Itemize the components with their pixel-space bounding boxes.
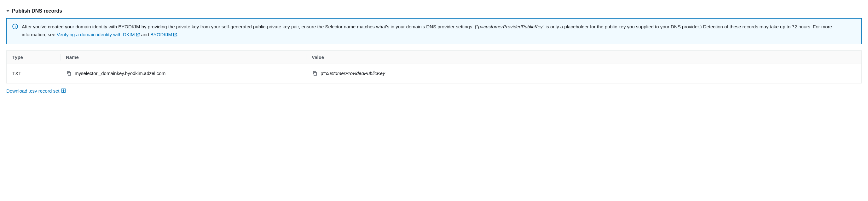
table-row: TXT myselector._domainkey.byodkim.adzel.…	[7, 64, 861, 83]
cell-value: p=customerProvidedPublicKey	[306, 66, 861, 80]
panel-title: Publish DNS records	[12, 8, 62, 14]
dns-records-table: Type Name Value TXT myselector._domainke…	[6, 51, 862, 83]
table-header-row: Type Name Value	[7, 51, 861, 64]
copy-value-button[interactable]	[312, 70, 318, 76]
link-verify-dkim[interactable]: Verifying a domain identity with DKIM	[57, 32, 140, 37]
svg-point-2	[15, 25, 15, 25]
cell-type: TXT	[7, 67, 60, 80]
external-link-icon	[135, 32, 140, 39]
alert-text-1: After you've created your domain identit…	[22, 24, 478, 29]
link-byodkim-text: BYODKIM	[150, 32, 172, 37]
info-alert: After you've created your domain identit…	[6, 18, 862, 44]
cell-value-text: p=customerProvidedPublicKey	[320, 71, 385, 76]
link-verify-dkim-text: Verifying a domain identity with DKIM	[57, 32, 135, 37]
external-link-icon	[173, 32, 177, 39]
alert-period: .	[177, 32, 178, 37]
value-em: customerProvidedPublicKey	[326, 71, 385, 76]
info-icon	[12, 24, 18, 39]
col-header-value: Value	[306, 51, 861, 64]
alert-message: After you've created your domain identit…	[22, 23, 856, 39]
svg-rect-4	[314, 72, 316, 75]
caret-down-icon	[6, 10, 9, 12]
cell-name-text: myselector._domainkey.byodkim.adzel.com	[75, 71, 165, 76]
copy-name-button[interactable]	[66, 70, 72, 76]
link-byodkim[interactable]: BYODKIM	[150, 32, 177, 37]
download-csv-label: Download .csv record set	[6, 88, 59, 94]
value-prefix: p=	[320, 71, 326, 76]
download-csv-link[interactable]: Download .csv record set	[6, 88, 66, 94]
alert-placeholder-em: p=customerProvidedPublicKey	[478, 24, 543, 29]
col-header-name: Name	[60, 51, 306, 64]
svg-rect-3	[68, 72, 71, 75]
download-icon	[61, 88, 66, 94]
toggle-panel-header[interactable]: Publish DNS records	[6, 6, 862, 18]
col-header-type: Type	[7, 51, 60, 64]
alert-and: and	[140, 32, 150, 37]
cell-name: myselector._domainkey.byodkim.adzel.com	[60, 66, 306, 80]
